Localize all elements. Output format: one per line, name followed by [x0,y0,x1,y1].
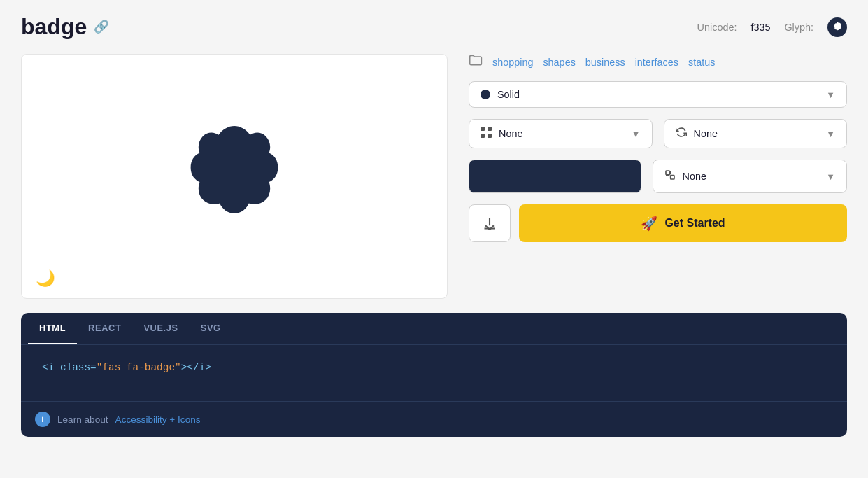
animation-dropdown[interactable]: None ▼ [469,119,653,148]
grid-icon [481,127,492,141]
tag-status[interactable]: status [688,57,715,68]
accessibility-link[interactable]: Accessibility + Icons [115,414,201,425]
crop-icon [664,169,676,183]
chevron-down-icon: ▼ [826,129,835,139]
chevron-down-icon: ▼ [826,171,835,182]
rotate-dropdown-label: None [694,128,718,139]
info-icon: i [35,412,50,427]
svg-rect-4 [666,171,669,174]
svg-rect-3 [488,134,492,138]
title-area: badge 🔗 [21,14,109,40]
svg-rect-5 [670,176,674,179]
page-header: badge 🔗 Unicode: f335 Glyph: [21,14,847,40]
style-dropdown-label: Solid [497,89,520,100]
get-started-button[interactable]: 🚀 Get Started [519,204,847,242]
tag-business[interactable]: business [585,57,625,68]
header-meta: Unicode: f335 Glyph: [697,17,847,37]
main-content: 🌙 shopping shapes business interfaces st… [21,54,847,299]
tag-shopping[interactable]: shopping [492,57,533,68]
info-icon-label: i [41,414,43,424]
tab-react[interactable]: REACT [77,313,132,344]
rocket-icon: 🚀 [641,216,657,232]
code-tabs: HTML REACT VUE.JS SVG [21,313,847,345]
style-dropdown[interactable]: Solid ▼ [469,81,847,108]
link-icon[interactable]: 🔗 [94,20,109,34]
unicode-label: Unicode: [697,22,737,33]
folder-icon [469,54,483,70]
controls-panel: shopping shapes business interfaces stat… [469,54,847,299]
code-tag-close: ></i> [181,362,211,373]
unicode-value: f335 [750,22,770,33]
tab-vuejs[interactable]: VUE.JS [132,313,189,344]
color-input[interactable] [469,160,641,193]
code-attr-value: "fas fa-badge" [97,362,181,373]
size-dropdown-label: None [683,171,706,182]
glyph-label: Glyph: [784,22,813,33]
rotate-dropdown[interactable]: None ▼ [664,119,848,148]
size-dropdown[interactable]: None ▼ [653,160,848,193]
tag-interfaces[interactable]: interfaces [635,57,678,68]
code-body: <i class="fas fa-badge"></i> [21,345,847,401]
tag-shapes[interactable]: shapes [543,57,575,68]
tab-html[interactable]: HTML [28,313,77,344]
refresh-icon [676,127,687,141]
tags-row: shopping shapes business interfaces stat… [469,54,847,70]
actions-row: 🚀 Get Started [469,204,847,242]
badge-icon-display [178,120,290,232]
second-dropdowns-row: None ▼ None ▼ [469,119,847,148]
get-started-label: Get Started [664,217,725,230]
svg-rect-2 [481,134,485,138]
svg-rect-0 [481,127,485,131]
animation-dropdown-label: None [499,128,522,139]
color-size-row: None ▼ [469,160,847,193]
chevron-down-icon: ▼ [826,90,835,100]
tab-svg[interactable]: SVG [190,313,232,344]
code-attr-name: class= [60,362,97,373]
dark-mode-toggle[interactable]: 🌙 [36,269,55,288]
code-panel: HTML REACT VUE.JS SVG <i class="fas fa-b… [21,313,847,437]
code-footer: i Learn about Accessibility + Icons [21,401,847,437]
svg-rect-1 [488,127,492,131]
code-tag-open: <i [42,362,60,373]
glyph-icon [827,17,847,37]
solid-dot-icon [481,90,490,99]
download-button[interactable] [469,204,511,242]
preview-panel: 🌙 [21,54,448,299]
chevron-down-icon: ▼ [632,129,641,139]
learn-text: Learn about [57,414,108,425]
page-title: badge [21,14,87,40]
